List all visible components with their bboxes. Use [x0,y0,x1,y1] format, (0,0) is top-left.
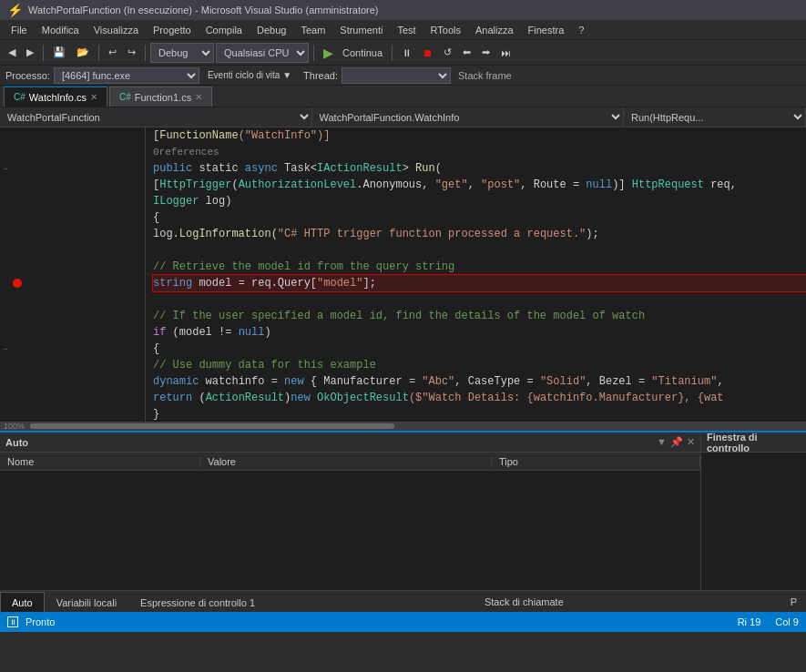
menu-test[interactable]: Test [390,23,423,37]
line-row [0,357,145,373]
tab-function1-icon: C# [119,92,131,102]
code-line: log.LogInformation("C# HTTP trigger func… [153,226,806,242]
bp-area [11,160,24,177]
line-row [0,291,145,308]
bottom-tab-stack[interactable]: Stack di chiamate [475,592,573,612]
open-btn[interactable]: 📂 [72,45,94,60]
code-line: ILogger log) [153,193,806,209]
fold-btn: − [0,344,11,353]
tab-watchinfo-label: WatchInfo.cs [29,92,87,103]
code-line: // If the user specified a model id, fin… [153,308,806,324]
debug-bar: Processo: [4664] func.exe Eventi ciclo d… [0,66,806,86]
debug-table: Nome Valore Tipo [0,453,700,590]
code-line: // Use dummy data for this example [153,357,806,373]
editor-container: − − [Func [0,127,806,422]
debug-panel-title: Auto [5,437,28,448]
config-dropdown[interactable]: Debug [150,43,214,63]
code-editor[interactable]: [FunctionName("WatchInfo")] 0references … [146,127,806,422]
status-right: Ri 19 Col 9 [738,616,799,627]
line-row [0,324,145,341]
stop-btn[interactable]: ⏹ [418,46,437,60]
line-row [0,242,145,259]
menu-help[interactable]: ? [571,23,591,37]
code-section: WatchPortalFunction WatchPortalFunction.… [0,107,806,431]
title-bar: ⚡ WatchPortalFunction (In esecuzione) - … [0,0,806,20]
bp-area [11,226,24,242]
code-line: { [153,209,806,226]
debug-close-btn[interactable]: ✕ [687,436,695,448]
save-btn[interactable]: 💾 [48,45,70,60]
tab-watchinfo-close[interactable]: ✕ [90,92,97,102]
bp-area [11,144,24,160]
bp-area [11,390,24,406]
code-line: return (ActionResult)new OkObjectResult(… [153,390,806,406]
bottom-tab-watch[interactable]: Espressione di controllo 1 [128,592,267,612]
undo-btn[interactable]: ↩ [104,45,121,60]
line-row: − [0,341,145,357]
bottom-tab-auto[interactable]: Auto [0,592,45,612]
line-row [0,373,145,390]
h-scrollbar-thumb[interactable] [30,423,394,429]
menu-team[interactable]: Team [293,23,332,37]
bottom-tab-locals[interactable]: Variabili locali [45,592,128,612]
menu-debug[interactable]: Debug [250,23,293,37]
pause-btn[interactable]: ⏸ [397,46,416,60]
redo-btn[interactable]: ↪ [123,45,140,60]
debug-right-panel: Finestra di controllo [701,433,806,590]
nav-fwd3[interactable]: ⏭ [496,46,515,60]
bp-area [11,357,24,373]
toolbar-sep5 [392,45,393,61]
bp-area[interactable] [11,275,24,291]
debug-col-nome: Nome [0,456,200,467]
h-scrollbar[interactable]: 100% [0,422,806,431]
menu-progetto[interactable]: Progetto [146,23,199,37]
tab-function1-close[interactable]: ✕ [195,92,202,102]
debug-panel: Auto ▼ 📌 ✕ Nome Valore Tipo Finestra di … [0,431,806,590]
menu-analizza[interactable]: Analizza [468,23,521,37]
process-select[interactable]: [4664] func.exe [54,67,199,84]
line-row [0,308,145,324]
tab-function1[interactable]: C# Function1.cs ✕ [109,87,212,107]
debug-pin-btn[interactable]: 📌 [670,436,683,448]
code-line [153,291,806,308]
stack-label: Stack frame [458,70,512,81]
breakpoint-dot [13,279,22,288]
nav-fwd2[interactable]: ➡ [477,45,495,60]
bp-area [11,177,24,193]
code-line [153,242,806,259]
debug-dropdown-btn[interactable]: ▼ [657,436,667,448]
toolbar-sep4 [313,45,314,61]
fold-btn: − [0,164,11,173]
status-col: Col 9 [775,616,799,627]
code-nav-bar: WatchPortalFunction WatchPortalFunction.… [0,107,806,127]
code-line: public static async Task<IActionResult> … [153,160,806,177]
nav-back2[interactable]: ⬅ [458,45,475,60]
status-ready: Pronto [26,616,55,627]
platform-dropdown[interactable]: Qualsiasi CPU [216,43,309,63]
menu-visualizza[interactable]: Visualizza [87,23,146,37]
menu-finestra[interactable]: Finestra [521,23,572,37]
code-nav-member[interactable]: Run(HttpRequ... [624,107,806,127]
gutter: − − [0,127,146,422]
menu-modifica[interactable]: Modifica [35,23,87,37]
forward-btn[interactable]: ▶ [22,45,38,60]
bp-area [11,373,24,390]
bp-area [11,127,24,144]
title-bar-text: WatchPortalFunction (In esecuzione) - Mi… [28,5,379,15]
code-nav-class[interactable]: WatchPortalFunction [0,107,312,127]
restart-btn[interactable]: ↺ [439,45,456,60]
menu-file[interactable]: File [4,23,35,37]
line-row [0,144,145,160]
menu-compila[interactable]: Compila [199,23,250,37]
events-dropdown[interactable]: Eventi ciclo di vita ▼ [203,68,296,82]
menu-rtools[interactable]: RTools [423,23,468,37]
line-row [0,177,145,193]
continue-btn[interactable]: ▶ [319,44,338,62]
thread-select[interactable] [342,67,451,84]
code-nav-method[interactable]: WatchPortalFunction.WatchInfo [312,107,625,127]
bottom-tab-p[interactable]: P [781,592,806,612]
menu-strumenti[interactable]: Strumenti [332,23,390,37]
debug-panel-controls: ▼ 📌 ✕ [657,436,695,448]
tab-watchinfo[interactable]: C# WatchInfo.cs ✕ [4,87,107,107]
back-btn[interactable]: ◀ [4,45,20,60]
